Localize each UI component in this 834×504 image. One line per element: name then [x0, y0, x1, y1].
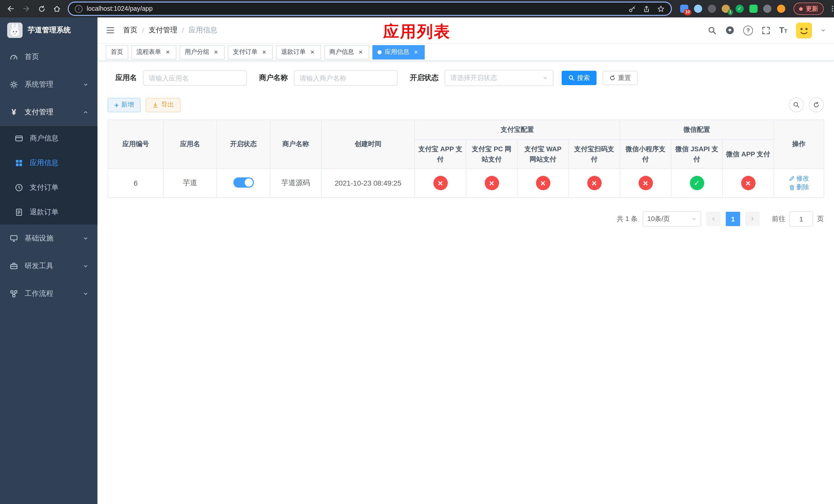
extension-icon-1[interactable]: 10: [680, 5, 688, 13]
prev-page-button[interactable]: [706, 212, 721, 226]
col-header-id: 应用编号: [108, 120, 163, 168]
extension-icon-2[interactable]: [694, 5, 702, 13]
app-name-input[interactable]: [143, 70, 247, 86]
sidebar-item-home[interactable]: 首页: [0, 43, 97, 71]
extension-icon-3[interactable]: [708, 5, 716, 13]
page-content: 应用名 商户名称 开启状态 请选择开启状态 搜索 重置: [97, 61, 834, 227]
github-icon[interactable]: [725, 26, 734, 35]
update-dot-icon: [799, 7, 803, 10]
page-header: 首页 / 支付管理 / 应用信息 应用列表: [97, 18, 834, 44]
add-button[interactable]: 新增: [108, 98, 140, 112]
collapse-menu-icon[interactable]: [106, 26, 115, 35]
help-icon[interactable]: [743, 25, 753, 35]
enable-switch[interactable]: [233, 177, 254, 187]
font-size-icon[interactable]: [779, 26, 787, 35]
home-icon[interactable]: [50, 2, 64, 15]
dashboard-icon: [9, 53, 19, 61]
fullscreen-icon[interactable]: [762, 26, 770, 35]
download-icon: [152, 102, 158, 108]
sidebar-item-infra[interactable]: 基础设施: [0, 225, 97, 252]
page-number-1[interactable]: 1: [726, 212, 740, 226]
close-icon[interactable]: [357, 48, 364, 55]
sidebar-item-refund-order[interactable]: 退款订单: [0, 200, 97, 225]
url-text: localhost:1024/pay/app: [87, 5, 153, 12]
chevron-down-icon: [83, 82, 88, 87]
close-icon[interactable]: [164, 48, 171, 55]
app-frame: 芋道管理系统 首页 系统管理: [0, 18, 834, 504]
update-button[interactable]: 更新: [793, 3, 824, 15]
sidebar-item-payment[interactable]: 支付管理: [0, 98, 97, 126]
delete-button[interactable]: 删除: [789, 183, 809, 192]
tab-user-group[interactable]: 用户分组: [179, 45, 225, 59]
back-icon[interactable]: [4, 2, 18, 15]
sidebar-item-app-info[interactable]: 应用信息: [0, 151, 97, 175]
sidebar-item-dev-tools[interactable]: 研发工具: [0, 252, 97, 280]
extension-badge: 1: [728, 9, 733, 15]
close-icon[interactable]: [212, 48, 220, 55]
sidebar-item-pay-order[interactable]: 支付订单: [0, 175, 97, 200]
pagination: 共 1 条 10条/页 1 前往 页: [108, 211, 824, 227]
col-header-alipay-pc: 支付宝 PC 网站支付: [466, 140, 517, 168]
cell-merchant: 芋道源码: [270, 168, 321, 198]
extension-icon-8[interactable]: [777, 5, 785, 13]
col-header-wechat-mini: 微信小程序支付: [620, 140, 671, 168]
col-header-wechat-jsapi: 微信 JSAPI 支付: [671, 140, 722, 168]
site-info-icon[interactable]: [75, 5, 83, 13]
sidebar: 芋道管理系统 首页 系统管理: [0, 18, 97, 504]
sidebar-item-system[interactable]: 系统管理: [0, 71, 97, 98]
tab-app-info[interactable]: 应用信息: [372, 45, 425, 59]
goto-page-input[interactable]: [789, 211, 813, 227]
extension-icon-7[interactable]: [763, 5, 771, 13]
cross-icon: [587, 176, 601, 190]
address-bar[interactable]: localhost:1024/pay/app: [69, 3, 671, 15]
goto-page-group: 前往 页: [772, 211, 824, 227]
cell-name: 芋道: [163, 168, 217, 198]
caret-down-icon[interactable]: [821, 28, 826, 33]
status-select[interactable]: 请选择开启状态: [445, 70, 553, 86]
forward-icon[interactable]: [20, 2, 33, 15]
col-header-alipay-app: 支付宝 APP 支付: [415, 140, 466, 168]
breadcrumb-payment[interactable]: 支付管理: [149, 26, 177, 35]
breadcrumb-home[interactable]: 首页: [123, 26, 137, 35]
extension-icon-6[interactable]: [749, 5, 758, 13]
refresh-button[interactable]: [809, 97, 824, 112]
infra-icon: [9, 234, 19, 243]
close-icon[interactable]: [412, 48, 420, 55]
tab-home[interactable]: 首页: [106, 45, 128, 59]
sidebar-item-workflow[interactable]: 工作流程: [0, 280, 97, 307]
breadcrumb: 首页 / 支付管理 / 应用信息: [123, 26, 218, 35]
app-logo: 芋道管理系统: [0, 18, 97, 43]
share-icon[interactable]: [643, 5, 650, 13]
tab-merchant-info[interactable]: 商户信息: [324, 45, 369, 59]
search-button[interactable]: 搜索: [562, 71, 596, 85]
edit-button[interactable]: 修改: [789, 174, 809, 183]
export-button[interactable]: 导出: [146, 98, 180, 112]
user-avatar[interactable]: [796, 22, 812, 38]
bookmark-star-icon[interactable]: [657, 5, 665, 13]
sidebar-item-merchant-info[interactable]: 商户信息: [0, 126, 97, 151]
cross-icon: [484, 176, 499, 190]
toggle-search-button[interactable]: [789, 97, 804, 112]
extension-icon-4[interactable]: 1: [722, 5, 730, 13]
extension-icon-5[interactable]: [736, 5, 744, 13]
tab-pay-order[interactable]: 支付订单: [228, 45, 273, 59]
close-icon[interactable]: [309, 48, 316, 55]
tab-refund-order[interactable]: 退款订单: [276, 45, 321, 59]
reload-icon[interactable]: [35, 2, 48, 15]
password-key-icon[interactable]: [628, 5, 636, 13]
cell-alipay-qr: [569, 168, 620, 198]
page-size-select[interactable]: 10条/页: [643, 211, 701, 227]
cell-created: 2021-10-23 08:49:25: [321, 168, 415, 198]
chevron-down-icon: [83, 291, 88, 296]
merchant-name-input[interactable]: [294, 70, 397, 86]
table-row: 6 芋道 芋道源码 2021-10-23 08:49:25: [108, 168, 824, 198]
delete-icon: [789, 184, 795, 190]
cell-alipay-pc: [466, 168, 517, 198]
reset-button[interactable]: 重置: [603, 71, 638, 85]
gear-icon: [9, 81, 19, 89]
close-icon[interactable]: [261, 48, 268, 55]
next-page-button[interactable]: [745, 212, 760, 226]
search-icon[interactable]: [708, 26, 717, 35]
kebab-menu-icon[interactable]: [826, 2, 834, 15]
tab-process-form[interactable]: 流程表单: [131, 45, 176, 59]
